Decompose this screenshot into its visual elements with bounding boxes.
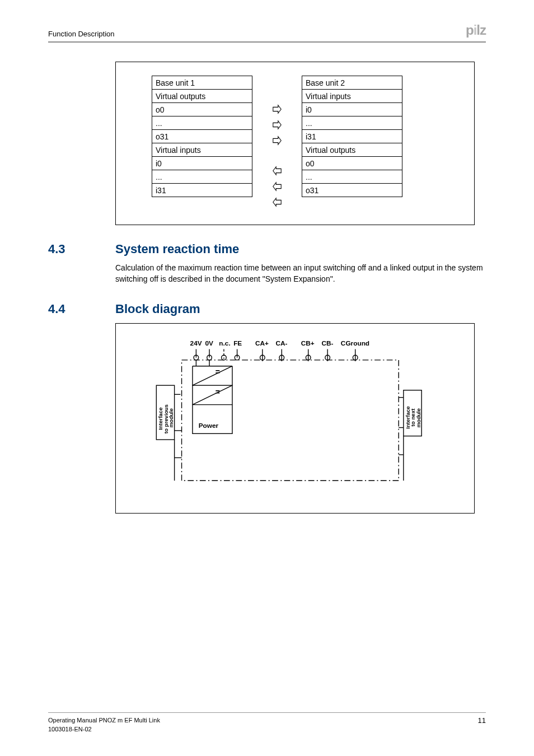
section-body-4-3: Calculation of the maximum reaction time… [115,262,486,285]
cell-dots: ... [302,116,402,130]
cell-o0: o0 [152,102,252,116]
cell-i31: i31 [302,129,402,143]
cell-i0: i0 [152,156,252,170]
svg-line-21 [193,366,232,385]
arrow-column [269,76,285,209]
svg-line-22 [193,385,232,404]
cell-o31: o31 [302,183,402,197]
equals-upper: = [216,367,220,376]
cell-o0: o0 [302,156,402,170]
arrow-left-icon [272,166,282,176]
outer-dashed-box [182,360,399,480]
label-ca-plus: CA+ [255,339,269,347]
base-unit-1-column: Base unit 1 Virtual outputs o0 ... o31 V… [152,76,252,197]
arrow-left-icon [272,181,282,192]
virtual-inputs-label: Virtual inputs [302,89,402,103]
footer-line1: Operating Manual PNOZ m EF Multi Link [48,716,160,725]
cell-o31: o31 [152,129,252,143]
label-nc: n.c. [219,339,230,347]
cell-dots: ... [302,170,402,184]
cell-i0: i0 [302,102,402,116]
label-24v: 24V [190,339,202,347]
cell-dots: ... [152,116,252,130]
equals-lower: = [216,388,220,396]
footer-line2: 1003018-EN-02 [48,725,160,734]
arrow-right-icon [272,120,282,130]
arrow-left-icon [272,197,282,207]
brand-logo: pilz [466,22,486,38]
arrow-right-icon [272,104,282,114]
virtual-inputs-label: Virtual inputs [152,143,252,157]
header-title: Function Description [48,30,115,38]
label-cb-plus: CB+ [301,339,315,347]
section-title-4-3: System reaction time [115,242,239,256]
page-number: 11 [478,716,486,725]
power-label: Power [199,421,219,429]
label-ca-minus: CA- [276,339,288,347]
footer-left: Operating Manual PNOZ m EF Multi Link 10… [48,716,160,734]
section-number-4-4: 4.4 [48,302,115,316]
right-interface-label: Interface to next module [405,404,421,428]
section-title-4-4: Block diagram [115,302,200,316]
base-unit-1-title: Base unit 1 [152,76,252,90]
section-number-4-3: 4.3 [48,242,115,256]
base-unit-2-column: Base unit 2 Virtual inputs i0 ... i31 Vi… [302,76,402,197]
label-cb-minus: CB- [321,339,333,347]
arrow-right-icon [272,136,282,146]
cell-dots: ... [152,170,252,184]
cell-i31: i31 [152,183,252,197]
io-mapping-diagram: Base unit 1 Virtual outputs o0 ... o31 V… [115,62,475,225]
label-cground: CGround [341,339,369,347]
svg-point-5 [222,355,227,360]
block-diagram: 24V 0V n.c. FE CA+ CA- CB+ CB- CGround [115,323,475,514]
base-unit-2-title: Base unit 2 [302,76,402,90]
virtual-outputs-label: Virtual outputs [152,89,252,103]
virtual-outputs-label: Virtual outputs [302,143,402,157]
label-fe: FE [233,339,242,347]
block-diagram-svg: 24V 0V n.c. FE CA+ CA- CB+ CB- CGround [138,337,452,494]
label-0v: 0V [205,339,214,347]
